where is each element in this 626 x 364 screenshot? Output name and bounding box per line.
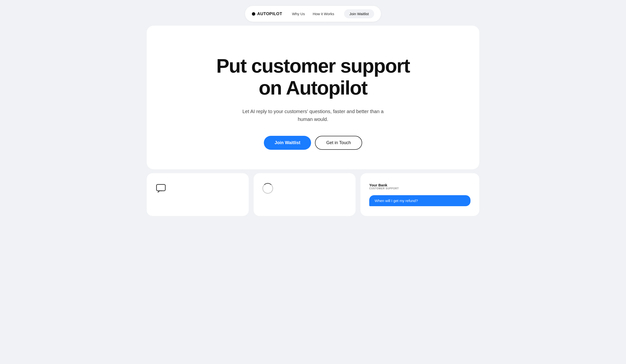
join-waitlist-button[interactable]: Join Waitlist <box>264 136 311 150</box>
nav-logo[interactable]: AUTOPILOT <box>252 11 282 16</box>
hero-title: Put customer support on Autopilot <box>216 55 410 99</box>
hero-subtitle: Let AI reply to your customers' question… <box>237 107 389 123</box>
loader-icon <box>262 183 273 194</box>
hero-section: Put customer support on Autopilot Let AI… <box>147 26 479 169</box>
chat-bubble: When will I get my refund? <box>369 195 470 206</box>
nav-why-us[interactable]: Why Us <box>292 12 305 16</box>
navbar: AUTOPILOT Why Us How it Works Join Waitl… <box>245 6 381 22</box>
bank-subtitle: CUSTOMER SUPPORT <box>369 187 399 190</box>
svg-rect-0 <box>156 184 165 191</box>
preview-card-loader <box>254 173 355 216</box>
bank-name: Your Bank <box>369 183 387 187</box>
bottom-cards-row: Your Bank CUSTOMER SUPPORT When will I g… <box>147 173 479 216</box>
nav-join-waitlist-button[interactable]: Join Waitlist <box>344 9 374 18</box>
preview-card-chat <box>147 173 249 216</box>
logo-dot-icon <box>252 12 255 16</box>
preview-card-bank: Your Bank CUSTOMER SUPPORT When will I g… <box>360 173 479 216</box>
hero-buttons: Join Waitlist Get in Touch <box>264 136 362 150</box>
nav-how-it-works[interactable]: How it Works <box>313 12 334 16</box>
nav-links: Why Us How it Works <box>292 12 334 16</box>
get-in-touch-button[interactable]: Get in Touch <box>315 136 362 150</box>
logo-text: AUTOPILOT <box>257 11 282 16</box>
chat-icon <box>156 183 166 194</box>
bank-header: Your Bank CUSTOMER SUPPORT <box>369 183 470 190</box>
